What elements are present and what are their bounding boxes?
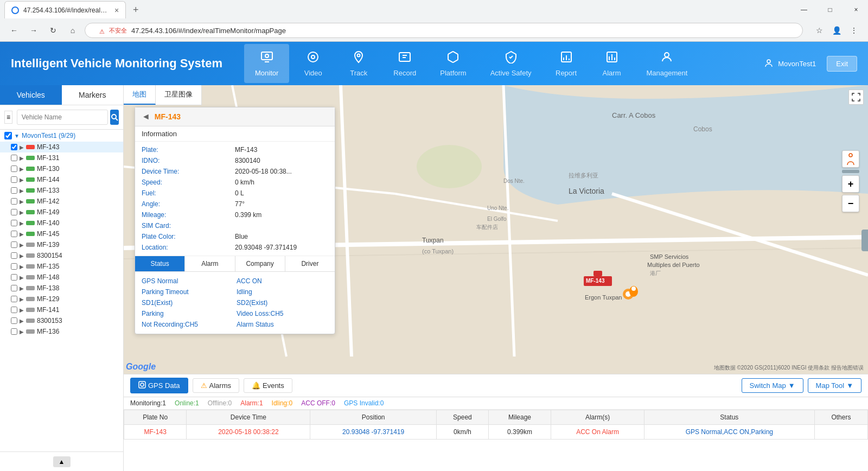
browser-tab[interactable]: 47.254.43.106/#/index/realTim... ×	[4, 1, 126, 18]
vehicle-item[interactable]: ▶ MF-136	[0, 326, 123, 337]
vehicle-item[interactable]: ▶ MF-141	[0, 304, 123, 315]
expand-arrow: ▶	[20, 155, 24, 161]
list-control-button[interactable]: ≡	[4, 111, 12, 124]
vehicle-checkbox[interactable]	[11, 220, 17, 226]
vehicle-item[interactable]: ▶ 8300153	[0, 315, 123, 326]
url-bar[interactable]: ⚠ 不安全 47.254.43.106/#/index/realTimeMoni…	[85, 23, 803, 38]
maximize-button[interactable]: □	[818, 2, 842, 18]
nav-item-video[interactable]: Video	[291, 44, 335, 83]
new-tab-button[interactable]: +	[128, 2, 143, 17]
vehicle-item[interactable]: ▶ MF-148	[0, 272, 123, 283]
sidebar-collapse-button[interactable]: ▲	[53, 456, 71, 467]
vehicle-item[interactable]: ▶ MF-129	[0, 294, 123, 304]
street-view-button[interactable]	[842, 150, 859, 168]
vehicle-checkbox[interactable]	[11, 307, 17, 313]
zoom-in-button[interactable]: +	[842, 175, 859, 193]
vehicle-item[interactable]: ▶ MF-133	[0, 185, 123, 196]
nav-item-management[interactable]: Management	[636, 44, 699, 83]
popup-tab-company[interactable]: Company	[235, 256, 285, 271]
vehicle-item[interactable]: ▶ MF-135	[0, 261, 123, 272]
nav-item-monitor[interactable]: Monitor	[244, 44, 289, 83]
user-account-button[interactable]: 👤	[829, 23, 844, 38]
svg-point-2	[265, 54, 269, 58]
bottom-tab-events[interactable]: 🔔 Events	[244, 378, 292, 393]
fullscreen-button[interactable]	[848, 90, 864, 105]
svg-point-6	[358, 54, 360, 56]
popup-collapse-button[interactable]: ◄	[142, 112, 150, 122]
bookmark-button[interactable]: ☆	[812, 23, 827, 38]
vehicle-status-indicator	[26, 319, 35, 323]
vehicle-checkbox[interactable]	[11, 241, 17, 248]
vehicle-item[interactable]: ▶ MF-131	[0, 152, 123, 163]
map-tab-satellite[interactable]: 卫星图像	[156, 85, 202, 105]
vehicle-checkbox[interactable]	[11, 263, 17, 270]
nav-item-active-safety[interactable]: Active Safety	[480, 44, 542, 83]
vehicle-item[interactable]: ▶ 8300154	[0, 250, 123, 261]
idling-count: Idling:0	[272, 399, 293, 407]
vehicle-checkbox[interactable]	[11, 209, 17, 215]
close-button[interactable]: ×	[844, 2, 868, 18]
popup-header: ◄ MF-143	[135, 107, 335, 126]
refresh-button[interactable]: ↻	[46, 23, 61, 38]
map-area[interactable]: 地图 卫星图像 C	[124, 85, 868, 374]
vehicle-item[interactable]: ▶ MF-130	[0, 163, 123, 174]
map-side-handle[interactable]	[861, 230, 868, 251]
map-tab-street[interactable]: 地图	[124, 85, 156, 105]
nav-label-video: Video	[304, 69, 322, 77]
popup-tab-alarm[interactable]: Alarm	[185, 256, 235, 271]
forward-button[interactable]: →	[26, 23, 41, 38]
vehicle-checkbox[interactable]	[11, 328, 17, 335]
vehicle-name: MF-136	[37, 328, 59, 335]
vehicle-checkbox[interactable]	[11, 198, 17, 205]
vehicle-name: MF-129	[37, 295, 59, 303]
zoom-out-button[interactable]: −	[842, 195, 859, 212]
vehicle-checkbox[interactable]	[11, 144, 17, 150]
vehicle-item[interactable]: ▶ MF-138	[0, 283, 123, 294]
cell-status: GPS Normal,ACC ON,Parking	[644, 425, 814, 440]
home-button[interactable]: ⌂	[65, 23, 80, 38]
popup-tab-status[interactable]: Status	[135, 256, 185, 271]
vehicle-item[interactable]: ▶ MF-143	[0, 142, 123, 152]
vehicle-checkbox[interactable]	[11, 285, 17, 291]
vehicle-item[interactable]: ▶ MF-144	[0, 174, 123, 185]
vehicle-checkbox[interactable]	[11, 155, 17, 161]
minimize-button[interactable]: —	[792, 2, 816, 18]
nav-item-track[interactable]: Track	[337, 44, 380, 83]
vehicle-checkbox[interactable]	[11, 274, 17, 281]
bottom-tab-alarms[interactable]: ⚠ Alarms	[193, 378, 239, 393]
map-tool-button[interactable]: Map Tool ▼	[808, 378, 861, 393]
search-input[interactable]	[17, 110, 108, 125]
nav-item-record[interactable]: Record	[382, 44, 427, 83]
sidebar-tab-markers[interactable]: Markers	[62, 85, 124, 105]
nav-item-report[interactable]: Report	[545, 44, 588, 83]
vehicle-item[interactable]: ▶ MF-149	[0, 207, 123, 218]
bottom-tab-gps-data[interactable]: GPS Data	[130, 378, 188, 393]
popup-tab-driver[interactable]: Driver	[285, 256, 335, 271]
tab-close-btn[interactable]: ×	[114, 6, 119, 15]
search-button[interactable]	[110, 110, 119, 125]
nav-item-alarm[interactable]: Alarm	[590, 44, 634, 83]
table-row[interactable]: MF-143 2020-05-18 00:38:22 20.93048 -97.…	[124, 425, 868, 440]
location-label: Location:	[142, 244, 235, 251]
exit-button[interactable]: Exit	[827, 56, 857, 72]
group-checkbox[interactable]	[4, 132, 12, 139]
sidebar-tab-vehicles[interactable]: Vehicles	[0, 85, 62, 105]
nav-item-platform[interactable]: Platform	[429, 44, 477, 83]
vehicle-checkbox[interactable]	[11, 166, 17, 172]
back-button[interactable]: ←	[7, 23, 22, 38]
vehicle-item[interactable]: ▶ MF-140	[0, 218, 123, 228]
vehicle-item[interactable]: ▶ MF-139	[0, 239, 123, 250]
vehicle-checkbox[interactable]	[11, 231, 17, 237]
vehicle-checkbox[interactable]	[11, 252, 17, 259]
switch-map-button[interactable]: Switch Map ▼	[742, 378, 803, 393]
vehicle-item[interactable]: ▶ MF-145	[0, 228, 123, 239]
vehicle-item[interactable]: ▶ MF-142	[0, 196, 123, 207]
vehicle-group-header[interactable]: ▼ MovonTest1 (9/29)	[0, 130, 123, 142]
vehicle-checkbox[interactable]	[11, 187, 17, 194]
vehicle-checkbox[interactable]	[11, 317, 17, 324]
menu-button[interactable]: ⋮	[846, 23, 861, 38]
expand-arrow: ▶	[20, 231, 24, 237]
svg-point-44	[631, 287, 636, 291]
vehicle-checkbox[interactable]	[11, 296, 17, 302]
vehicle-checkbox[interactable]	[11, 176, 17, 183]
